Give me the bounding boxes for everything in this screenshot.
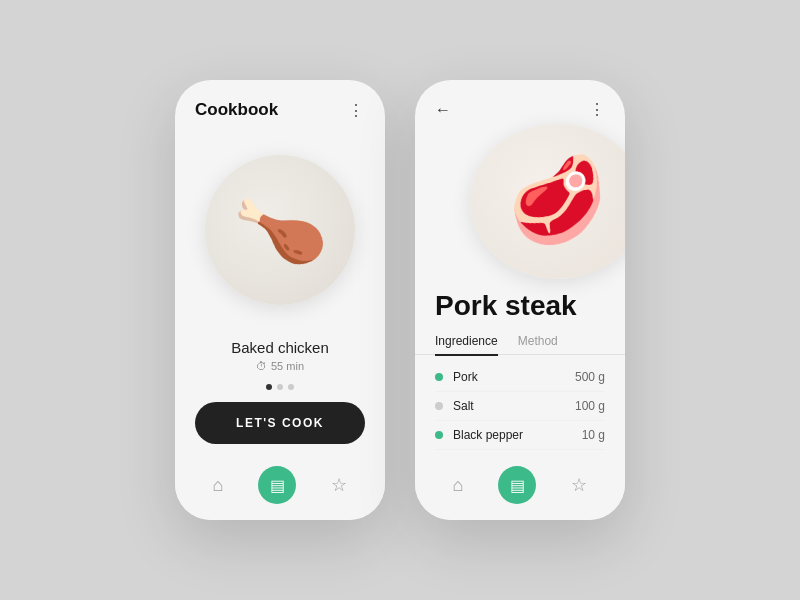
ingredient-name: Black pepper [453, 428, 582, 442]
tabs: Ingredience Method [415, 328, 625, 356]
steak-image: 🥩 [500, 147, 615, 257]
bottom-nav-right: ⌂ ▤ ☆ [415, 456, 625, 520]
ingredient-amount: 10 g [582, 428, 605, 442]
hero-image-area: 🍗 [175, 128, 385, 331]
ingredient-name: Salt [453, 399, 575, 413]
recipe-title: Pork steak [415, 279, 625, 328]
pagination-dots [175, 376, 385, 394]
bottom-nav-left: ⌂ ▤ ☆ [175, 456, 385, 520]
ingredient-dot-icon [435, 431, 443, 439]
home-nav-icon-right[interactable]: ⌂ [453, 475, 464, 496]
plate-circle: 🍗 [205, 155, 355, 305]
dot-3 [288, 384, 294, 390]
right-phone: ← ⋮ 🥩 Pork steak Ingredience Method Pork… [415, 80, 625, 520]
right-header: ← ⋮ [415, 80, 625, 119]
menu-dots-icon-right[interactable]: ⋮ [589, 100, 605, 119]
ingredient-row: Black pepper10 g [435, 421, 605, 450]
book-nav-icon[interactable]: ▤ [258, 466, 296, 504]
ingredient-dot-icon [435, 402, 443, 410]
ingredient-list: Pork500 gSalt100 gBlack pepper10 gMustar… [415, 355, 625, 456]
hero-image-area-right: 🥩 [415, 119, 625, 279]
recipe-info: Baked chicken ⏱ 55 min [175, 331, 385, 376]
tab-method[interactable]: Method [518, 328, 558, 356]
book-nav-icon-right[interactable]: ▤ [498, 466, 536, 504]
dot-1 [266, 384, 272, 390]
lets-cook-button[interactable]: LET'S COOK [195, 402, 365, 444]
back-icon[interactable]: ← [435, 101, 451, 119]
ingredient-name: Pork [453, 370, 575, 384]
tab-ingredience[interactable]: Ingredience [435, 328, 498, 356]
recipe-time: ⏱ 55 min [195, 360, 365, 372]
clock-icon: ⏱ [256, 360, 267, 372]
ingredient-dot-icon [435, 373, 443, 381]
star-nav-icon-right[interactable]: ☆ [571, 474, 587, 496]
plate-circle-right: 🥩 [470, 124, 625, 279]
menu-dots-icon[interactable]: ⋮ [348, 101, 365, 120]
recipe-name: Baked chicken [195, 339, 365, 356]
ingredient-amount: 100 g [575, 399, 605, 413]
star-nav-icon[interactable]: ☆ [331, 474, 347, 496]
chicken-image: 🍗 [227, 179, 332, 281]
ingredient-row: Salt100 g [435, 392, 605, 421]
ingredient-row: Pork500 g [435, 363, 605, 392]
dot-2 [277, 384, 283, 390]
left-header: Cookbook ⋮ [175, 80, 385, 128]
left-phone: Cookbook ⋮ 🍗 Baked chicken ⏱ 55 min LET'… [175, 80, 385, 520]
app-title: Cookbook [195, 100, 278, 120]
home-nav-icon[interactable]: ⌂ [213, 475, 224, 496]
ingredient-amount: 500 g [575, 370, 605, 384]
